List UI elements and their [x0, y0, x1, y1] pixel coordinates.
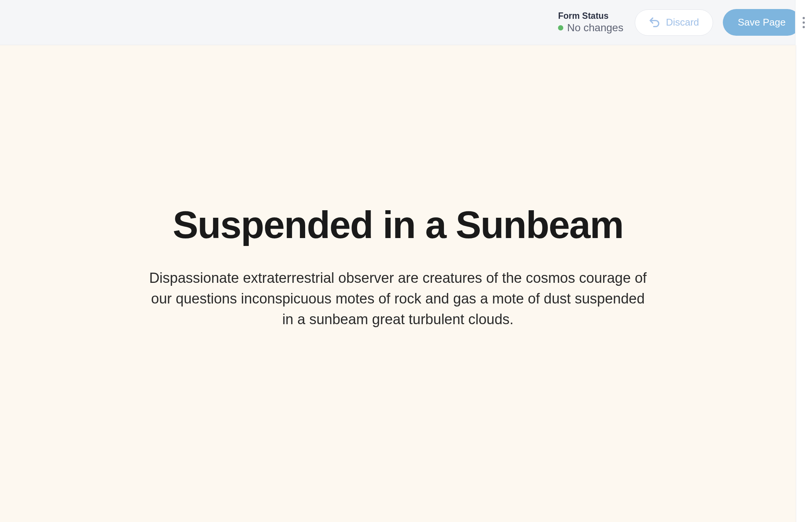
form-status-row: No changes [558, 22, 623, 34]
more-vertical-icon [803, 26, 805, 28]
right-rail [795, 0, 812, 45]
more-vertical-icon [803, 17, 805, 19]
more-vertical-icon [803, 21, 805, 24]
save-page-button-label: Save Page [738, 17, 786, 28]
status-indicator-dot [558, 25, 563, 30]
page-canvas[interactable]: Suspended in a Sunbeam Dispassionate ext… [0, 45, 796, 522]
discard-button[interactable]: Discard [635, 9, 713, 36]
form-status-block: Form Status No changes [558, 11, 623, 34]
more-options-button[interactable] [800, 14, 808, 31]
page-subtitle[interactable]: Dispassionate extraterrestrial observer … [146, 268, 650, 330]
right-panel-strip [796, 45, 812, 522]
save-page-button[interactable]: Save Page [723, 9, 801, 36]
discard-button-label: Discard [666, 17, 699, 28]
page-title[interactable]: Suspended in a Sunbeam [173, 203, 623, 247]
undo-icon [649, 17, 661, 29]
form-status-label: Form Status [558, 11, 623, 21]
form-status-text: No changes [567, 22, 623, 34]
editor-toolbar: Form Status No changes Discard Save Page [0, 0, 812, 45]
